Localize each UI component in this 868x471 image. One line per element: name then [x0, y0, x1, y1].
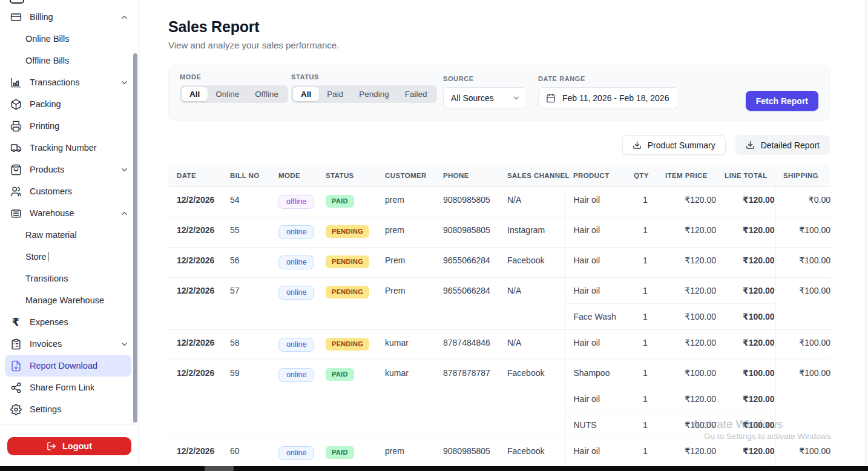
- source-select-value: All Sources: [451, 93, 494, 103]
- cell-date: 12/2/2026: [168, 278, 222, 330]
- sidebar-item-settings[interactable]: Settings: [0, 398, 139, 420]
- sidebar-subitem-store[interactable]: Store: [0, 246, 139, 268]
- chevron-down-icon: [120, 165, 129, 174]
- cell-phone: 9080985805: [435, 217, 499, 248]
- cell-product: Hair oil: [565, 386, 625, 412]
- mode-option-online[interactable]: Online: [208, 87, 247, 101]
- page-horizontal-scrollbar[interactable]: [0, 466, 868, 471]
- sidebar-item-packing[interactable]: Packing: [0, 93, 139, 115]
- sidebar-subitem-raw-material[interactable]: Raw material: [0, 224, 139, 246]
- source-filter: SOURCE All Sources: [443, 75, 527, 108]
- cell-phone: 9655066284: [435, 248, 499, 278]
- sidebar-subitem-offline-bills[interactable]: Offline Bills: [0, 50, 139, 71]
- column-header-item-price: ITEM PRICE: [657, 165, 716, 187]
- detailed-report-button[interactable]: Detailed Report: [735, 135, 830, 155]
- sidebar-item-transactions[interactable]: Transactions: [0, 71, 139, 93]
- cell-date: 12/2/2026: [168, 330, 222, 360]
- mode-option-all[interactable]: All: [182, 87, 208, 101]
- date-range-input[interactable]: Feb 11, 2026 - Feb 18, 2026: [538, 87, 679, 108]
- mode-badge: online: [278, 368, 314, 382]
- sidebar-item-printing[interactable]: Printing: [0, 115, 139, 137]
- cell-line-total: ₹100.00: [716, 304, 775, 330]
- mode-filter: MODE AllOnlineOffline: [180, 73, 288, 103]
- cell-line-total: ₹120.00: [716, 438, 775, 464]
- sidebar-item-products[interactable]: Products: [0, 159, 139, 180]
- cell-product: Hair oil: [565, 217, 625, 248]
- cell-qty: 1: [625, 438, 657, 464]
- cell-qty: 1: [625, 248, 657, 278]
- package-icon: [10, 98, 22, 110]
- sidebar-subitem-manage-warehouse[interactable]: Manage Warehouse: [0, 289, 139, 311]
- cell-item-price: ₹120.00: [657, 217, 716, 248]
- mode-badge: online: [278, 225, 314, 239]
- column-header-date: DATE: [168, 165, 222, 187]
- status-badge: PAID: [326, 195, 354, 208]
- sidebar: BillingOnline BillsOffline BillsTransact…: [0, 0, 139, 471]
- sidebar-item-share-form-link[interactable]: Share Form Link: [0, 377, 139, 398]
- table-row-bill-56: 12/2/202656onlinePENDINGPrem9655066284Fa…: [168, 248, 830, 278]
- sidebar-subitem-online-bills[interactable]: Online Bills: [0, 28, 139, 50]
- sidebar-subitem-transitions[interactable]: Transitions: [0, 268, 139, 289]
- cell-status: PENDING: [317, 217, 376, 248]
- sidebar-item-customers[interactable]: Customers: [0, 180, 139, 202]
- table-body: 12/2/202654offlinePAIDprem9080985805N/AH…: [168, 187, 830, 471]
- source-label: SOURCE: [443, 75, 527, 82]
- source-select[interactable]: All Sources: [443, 87, 527, 108]
- cell-shipping: ₹100.00: [775, 217, 830, 248]
- chevron-down-icon: [512, 94, 521, 102]
- cell-line-total: ₹120.00: [716, 217, 775, 248]
- cell-bill-no: 55: [222, 217, 270, 248]
- sidebar-item-label: Share Form Link: [30, 383, 129, 392]
- sidebar-item-label: Warehouse: [30, 208, 120, 218]
- cell-sales-channel: Facebook: [499, 360, 565, 438]
- horizontal-scrollbar-thumb[interactable]: [205, 466, 234, 471]
- product-summary-button[interactable]: Product Summary: [622, 135, 726, 155]
- sidebar-item-label: Invoices: [30, 339, 120, 349]
- cell-line-total: ₹120.00: [716, 248, 775, 278]
- sidebar-item-billing[interactable]: Billing: [0, 6, 139, 28]
- mode-badge: online: [278, 338, 314, 352]
- logout-button[interactable]: Logout: [7, 437, 131, 455]
- status-option-failed[interactable]: Failed: [397, 87, 435, 101]
- mode-badge: online: [278, 286, 314, 300]
- cell-line-total: ₹120.00: [716, 386, 775, 412]
- cell-date: 12/2/2026: [168, 360, 222, 438]
- download-icon: [633, 140, 642, 150]
- sidebar-subitem-label: Manage Warehouse: [25, 295, 104, 305]
- cell-bill-no: 57: [222, 278, 270, 330]
- mode-badge: online: [278, 255, 314, 269]
- cell-sales-channel: N/A: [499, 278, 565, 330]
- sidebar-item-warehouse[interactable]: Warehouse: [0, 202, 139, 224]
- sidebar-item-expenses[interactable]: ₹Expenses: [0, 311, 139, 333]
- sidebar-item-report-download[interactable]: Report Download: [5, 355, 131, 377]
- date-range-filter: DATE RANGE Feb 11, 2026 - Feb 18, 2026: [538, 75, 679, 108]
- status-badge: PENDING: [326, 225, 369, 238]
- export-actions: Product Summary Detailed Report: [168, 135, 830, 155]
- cell-mode: online: [270, 330, 317, 360]
- mode-option-offline[interactable]: Offline: [247, 87, 286, 101]
- credit-card-icon: [10, 11, 22, 23]
- logout-label: Logout: [62, 441, 92, 451]
- cell-line-total: ₹120.00: [716, 187, 775, 217]
- sidebar-scrollbar[interactable]: [133, 53, 137, 423]
- invoices-icon: [10, 338, 22, 350]
- page-vertical-scrollbar[interactable]: [865, 0, 868, 471]
- cell-line-total: ₹120.00: [716, 278, 775, 304]
- detailed-report-label: Detailed Report: [761, 140, 820, 150]
- cell-item-price: ₹100.00: [657, 412, 716, 438]
- sidebar-item-invoices[interactable]: Invoices: [0, 333, 139, 355]
- column-header-shipping: SHIPPING: [775, 165, 830, 187]
- cell-bill-no: 58: [222, 330, 270, 360]
- chevron-down-icon: [120, 340, 129, 349]
- cell-customer: Prem: [376, 278, 435, 330]
- fetch-report-button[interactable]: Fetch Report: [746, 91, 818, 111]
- cell-qty: 1: [625, 187, 657, 217]
- status-option-paid[interactable]: Paid: [319, 87, 351, 101]
- status-option-all[interactable]: All: [293, 87, 319, 101]
- product-summary-label: Product Summary: [648, 140, 715, 150]
- status-badge: PENDING: [326, 255, 369, 268]
- status-option-pending[interactable]: Pending: [351, 87, 397, 101]
- cell-customer: prem: [376, 187, 435, 217]
- sidebar-item-tracking-number[interactable]: Tracking Number: [0, 137, 139, 159]
- truck-icon: [10, 142, 22, 154]
